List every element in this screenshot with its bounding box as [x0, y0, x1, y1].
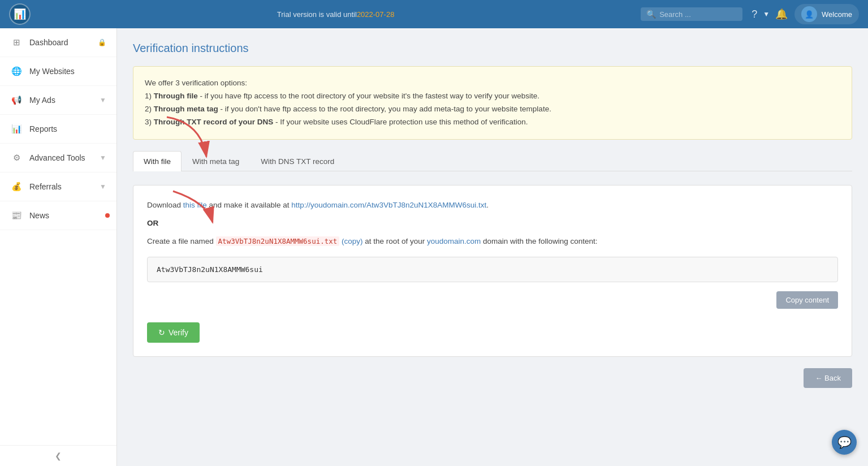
- topnav: 📊 Trial version is valid until 2022-07-2…: [0, 0, 868, 28]
- download-line: Download this file and make it available…: [147, 199, 838, 212]
- back-button[interactable]: ← Back: [804, 368, 852, 388]
- tab-with-file[interactable]: With file: [133, 151, 182, 171]
- topnav-icons: ? ▼ 🔔: [752, 8, 788, 20]
- info-line4: 3) Through TXT record of your DNS - If y…: [145, 116, 840, 129]
- page-title: Verification instructions: [133, 42, 852, 55]
- sidebar-item-reports[interactable]: 📊 Reports: [0, 115, 116, 144]
- sidebar-item-label: Dashboard: [29, 38, 98, 47]
- tabs-row: With file With meta tag With DNS TXT rec…: [133, 151, 852, 171]
- sidebar-item-label: Referrals: [29, 182, 100, 191]
- main-layout: ⊞ Dashboard 🔒 🌐 My Websites 📢 My Ads ▼ 📊…: [0, 28, 868, 466]
- help-icon[interactable]: ?: [752, 8, 757, 20]
- sidebar-item-my-ads[interactable]: 📢 My Ads ▼: [0, 86, 116, 115]
- sidebar-item-my-websites[interactable]: 🌐 My Websites: [0, 57, 116, 86]
- chevron-down-icon[interactable]: ▼: [763, 10, 770, 18]
- copy-content-row: Copy content: [147, 291, 838, 309]
- advanced-tools-icon: ⚙: [10, 152, 23, 164]
- search-input[interactable]: [659, 10, 739, 19]
- this-file-link[interactable]: this file: [183, 201, 207, 209]
- news-icon: 📰: [10, 209, 23, 222]
- sidebar-item-label: My Ads: [29, 96, 100, 105]
- download-url-link[interactable]: http://youdomain.com/Atw3VbTJ8n2uN1X8AMM…: [291, 201, 486, 209]
- refresh-icon: ↻: [158, 328, 165, 337]
- avatar: 👤: [801, 6, 817, 22]
- logo-button[interactable]: 📊: [9, 3, 31, 25]
- sidebar-item-referrals[interactable]: 💰 Referrals ▼: [0, 172, 116, 201]
- file-content-box: Atw3VbTJ8n2uN1X8AMMW6sui: [147, 257, 838, 282]
- chevron-down-icon: ▼: [100, 183, 106, 191]
- lock-icon: 🔒: [98, 38, 106, 46]
- dashboard-icon: ⊞: [10, 36, 23, 49]
- tab-with-meta-tag[interactable]: With meta tag: [182, 151, 250, 171]
- search-icon: 🔍: [646, 10, 656, 19]
- chat-icon: 💬: [837, 435, 852, 449]
- sidebar-item-dashboard[interactable]: ⊞ Dashboard 🔒: [0, 28, 116, 57]
- create-file-line: Create a file named Atw3VbTJ8n2uN1X8AMMW…: [147, 235, 838, 248]
- sidebar-item-label: Reports: [29, 124, 106, 133]
- tabs-section: With file With meta tag With DNS TXT rec…: [133, 151, 852, 357]
- sidebar-item-label: Advanced Tools: [29, 153, 100, 162]
- sidebar: ⊞ Dashboard 🔒 🌐 My Websites 📢 My Ads ▼ 📊…: [0, 28, 117, 466]
- trial-text: Trial version is valid until: [277, 10, 357, 19]
- notifications-icon[interactable]: 🔔: [775, 8, 788, 20]
- trial-notice: Trial version is valid until 2022-07-28: [42, 10, 629, 19]
- collapse-icon: ❮: [55, 451, 62, 460]
- copy-content-button[interactable]: Copy content: [776, 291, 838, 309]
- user-menu[interactable]: 👤 Welcome: [794, 4, 859, 24]
- content-card: Download this file and make it available…: [133, 185, 852, 357]
- sidebar-item-advanced-tools[interactable]: ⚙ Advanced Tools ▼: [0, 144, 116, 172]
- search-box[interactable]: 🔍: [641, 7, 742, 21]
- chevron-down-icon: ▼: [100, 96, 106, 104]
- or-label: OR: [147, 219, 838, 227]
- copy-filename-link[interactable]: (copy): [342, 237, 363, 245]
- back-btn-row: ← Back: [133, 368, 852, 388]
- referrals-icon: 💰: [10, 180, 23, 193]
- info-box: We offer 3 verification options: 1) Thro…: [133, 66, 852, 140]
- domain-link[interactable]: youdomain.com: [427, 237, 481, 245]
- reports-icon: 📊: [10, 123, 23, 135]
- welcome-text: Welcome: [822, 10, 852, 19]
- chat-bubble-button[interactable]: 💬: [832, 430, 857, 455]
- info-line3: 2) Through meta tag - if you don't have …: [145, 103, 840, 116]
- ads-icon: 📢: [10, 94, 23, 106]
- trial-date: 2022-07-28: [357, 10, 395, 19]
- verify-button[interactable]: ↻ Verify: [147, 322, 200, 343]
- sidebar-collapse-button[interactable]: ❮: [0, 445, 116, 466]
- sidebar-item-label: News: [29, 211, 106, 220]
- sidebar-item-news[interactable]: 📰 News: [0, 201, 116, 230]
- chevron-down-icon: ▼: [100, 154, 106, 162]
- tab-with-dns[interactable]: With DNS TXT record: [250, 151, 345, 171]
- info-line1: We offer 3 verification options:: [145, 77, 840, 90]
- websites-icon: 🌐: [10, 65, 23, 77]
- filename-code: Atw3VbTJ8n2uN1X8AMMW6sui.txt: [216, 236, 340, 246]
- main-content: Verification instructions We offer 3 ver…: [117, 28, 868, 466]
- info-line2: 1) Through file - if you have ftp access…: [145, 90, 840, 103]
- sidebar-item-label: My Websites: [29, 67, 106, 76]
- news-badge: [105, 213, 110, 218]
